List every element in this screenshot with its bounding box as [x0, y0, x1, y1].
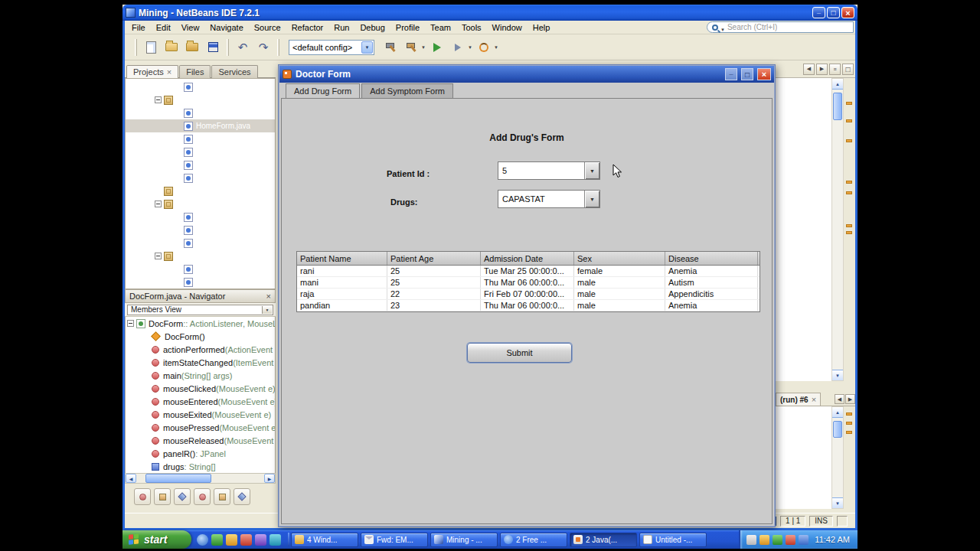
- open-project-icon[interactable]: [183, 38, 201, 57]
- tree-item[interactable]: PropertyReader.java: [126, 236, 275, 249]
- expand-handle-icon[interactable]: [155, 253, 162, 259]
- scroll-right-icon[interactable]: [264, 474, 275, 483]
- error-stripe-mark[interactable]: [846, 224, 852, 227]
- table-row[interactable]: raja 22 Fri Feb 07 00:00:00... male Appe…: [297, 289, 760, 300]
- documents-list-icon[interactable]: [829, 64, 841, 75]
- horizontal-scrollbar[interactable]: [125, 473, 276, 484]
- scrollbar-thumb[interactable]: [833, 421, 842, 438]
- taskbar-button[interactable]: Untitled -...: [639, 533, 707, 547]
- navigator-member[interactable]: DocForm(): [126, 330, 275, 343]
- tree-item[interactable]: ClassLeverageVo.java: [126, 262, 275, 276]
- config-combobox[interactable]: <default config>: [289, 40, 374, 55]
- close-tab-icon[interactable]: [167, 67, 172, 77]
- navigator-filter-button[interactable]: [194, 488, 211, 505]
- undo-icon[interactable]: [234, 38, 252, 57]
- editor-area[interactable]: [769, 78, 831, 381]
- new-file-icon[interactable]: [142, 38, 160, 57]
- show-desktop-icon[interactable]: [211, 534, 223, 546]
- table-column-header[interactable]: Patient Age: [387, 252, 481, 265]
- chevron-down-icon[interactable]: [421, 45, 426, 50]
- save-all-icon[interactable]: [204, 38, 222, 57]
- navigator-member[interactable]: main (String[] args): [126, 369, 275, 382]
- netbeans-title-bar[interactable]: Mining - NetBeans IDE 7.2.1: [122, 5, 858, 21]
- members-view-combobox[interactable]: Members View: [127, 305, 273, 315]
- navigator-member[interactable]: panelR() : JPanel: [126, 447, 275, 460]
- scroll-up-icon[interactable]: [832, 407, 843, 418]
- explorer-tab[interactable]: Files: [179, 65, 211, 78]
- search-input[interactable]: Search (Ctrl+I): [707, 21, 854, 33]
- tree-item[interactable]: com.mycompany.vo: [126, 249, 275, 262]
- navigator-member[interactable]: mouseEntered (MouseEvent e): [126, 395, 275, 408]
- minimize-button[interactable]: [725, 68, 737, 80]
- next-document-icon[interactable]: [816, 64, 828, 75]
- tree-item[interactable]: com.mycompany.design: [126, 93, 275, 106]
- output-area[interactable]: [769, 406, 831, 509]
- browser-icon[interactable]: [270, 534, 281, 546]
- scroll-tabs-right-icon[interactable]: [845, 394, 855, 404]
- tree-item[interactable]: DrugSymptomVo.java: [126, 276, 275, 289]
- previous-document-icon[interactable]: [803, 64, 815, 75]
- maximize-icon[interactable]: [842, 64, 854, 75]
- taskbar-button[interactable]: 2 Java(...: [570, 533, 637, 547]
- navigator-filter-button[interactable]: [134, 488, 151, 505]
- navigator-member[interactable]: drugs : String[]: [126, 460, 275, 473]
- build-project-icon[interactable]: [381, 38, 400, 57]
- output-tab[interactable]: (run) #6: [776, 393, 821, 406]
- navigator-member[interactable]: itemStateChanged (ItemEvent e): [126, 356, 275, 369]
- menu-item[interactable]: View: [176, 21, 205, 34]
- patient-id-combobox[interactable]: 5: [498, 161, 600, 180]
- table-column-header[interactable]: Disease: [665, 252, 758, 265]
- navigator-filter-button[interactable]: [214, 488, 230, 505]
- update-icon[interactable]: [786, 535, 795, 545]
- taskbar-button[interactable]: 2 Free ...: [500, 533, 567, 547]
- tree-item[interactable]: PatientRecordModel.ja: [126, 80, 275, 93]
- error-stripe-mark[interactable]: [846, 191, 852, 194]
- table-row[interactable]: rani 25 Tue Mar 25 00:00:0... female Ane…: [297, 266, 760, 277]
- tree-item[interactable]: PacketChar.java: [126, 158, 275, 171]
- close-tab-icon[interactable]: [812, 395, 816, 404]
- restore-button[interactable]: [827, 7, 840, 18]
- scrollbar-thumb[interactable]: [833, 93, 842, 120]
- drugs-combobox[interactable]: CAPASTAT: [498, 190, 600, 208]
- messenger-tray-icon[interactable]: [799, 535, 808, 545]
- panel-splitter[interactable]: [769, 381, 855, 393]
- tree-item[interactable]: LeverageForm.java: [126, 132, 275, 145]
- antivirus-icon[interactable]: [773, 535, 782, 545]
- scroll-down-icon[interactable]: [832, 370, 843, 380]
- menu-item[interactable]: Edit: [151, 21, 176, 34]
- chevron-down-icon[interactable]: [468, 45, 472, 50]
- menu-item[interactable]: Refactor: [286, 21, 329, 34]
- menu-item[interactable]: Team: [425, 21, 456, 34]
- navigator-filter-button[interactable]: [174, 488, 191, 505]
- menu-item[interactable]: Help: [528, 21, 556, 34]
- media-player-icon[interactable]: [226, 534, 237, 546]
- chevron-down-icon[interactable]: [720, 21, 725, 34]
- explorer-tab[interactable]: Projects: [126, 65, 178, 78]
- navigator-member[interactable]: actionPerformed (ActionEvent e): [126, 343, 275, 356]
- error-stripe-mark[interactable]: [846, 422, 852, 425]
- error-stripe-mark[interactable]: [846, 412, 852, 416]
- taskbar-button[interactable]: 4 Wind...: [291, 533, 358, 547]
- close-panel-icon[interactable]: [266, 292, 271, 301]
- chevron-down-icon[interactable]: [584, 162, 599, 179]
- navigator-member[interactable]: mousePressed (MouseEvent e): [126, 421, 275, 434]
- scrollbar-thumb[interactable]: [145, 474, 211, 483]
- expand-handle-icon[interactable]: [155, 201, 162, 207]
- new-project-icon[interactable]: [162, 38, 181, 57]
- output-scrollbar[interactable]: [831, 406, 844, 509]
- table-column-header[interactable]: Admission Date: [481, 252, 574, 265]
- navigator-header[interactable]: DocForm.java - Navigator: [125, 289, 276, 303]
- network-icon[interactable]: [760, 535, 769, 545]
- taskbar-button[interactable]: Mining - ...: [430, 533, 498, 547]
- maximize-button[interactable]: [741, 68, 753, 80]
- scroll-left-icon[interactable]: [126, 474, 136, 483]
- form-tab[interactable]: Add Symptom Form: [361, 83, 453, 98]
- start-button[interactable]: start: [122, 530, 191, 549]
- explorer-tab[interactable]: Services: [211, 65, 257, 78]
- tree-item[interactable]: HomeForm.java: [126, 119, 275, 132]
- navigator-member[interactable]: mouseExited (MouseEvent e): [126, 408, 275, 421]
- tree-item[interactable]: com.mycompany.support: [126, 197, 275, 210]
- taskbar-button[interactable]: Fwd: EM...: [361, 533, 428, 547]
- scroll-up-icon[interactable]: [832, 79, 843, 90]
- messenger-icon[interactable]: [240, 534, 252, 546]
